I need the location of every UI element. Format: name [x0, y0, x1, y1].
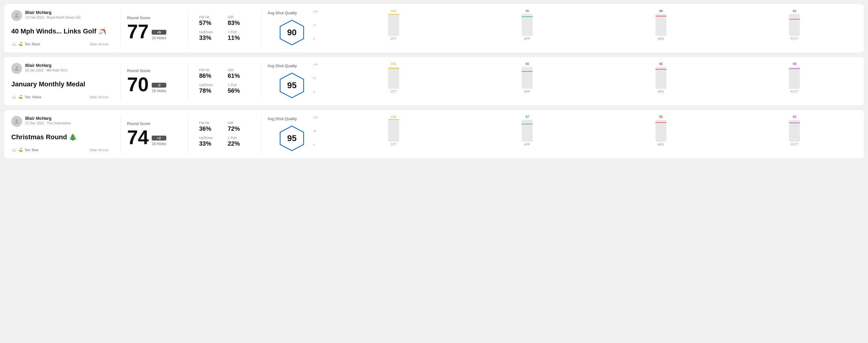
weather-icon: ☁️: [11, 95, 17, 99]
divider-2: [188, 116, 188, 152]
bar-value-arg: 95: [659, 115, 663, 119]
bar-wrapper-putt: [789, 67, 800, 89]
stat-putt-label: 1 Putt: [228, 136, 250, 139]
bar-group-ott: 110OTT: [331, 115, 456, 146]
bottom-info: ☁️⛳Tee: BlueData: Arccos: [11, 148, 108, 152]
bar-group-app: 86APP: [465, 62, 590, 93]
bar-label-putt: PUTT: [790, 90, 798, 93]
bottom-info: ☁️⛳Tee: BlackData: Arccos: [11, 42, 108, 46]
quality-label: Avg Shot Quality: [268, 117, 297, 121]
divider-1: [121, 116, 121, 152]
bar-wrapper-ott: [388, 14, 399, 36]
left-section: Blair McHarg27 Dec 2021 · The Oxfordshir…: [11, 116, 115, 152]
chart-section: 100500110OTT87APP95ARG93PUTT: [316, 116, 857, 152]
tee-label: Tee: Black: [25, 42, 40, 46]
chart-y-axis: 100500: [313, 63, 318, 93]
divider-2: [188, 10, 188, 46]
y-label-50: 50: [313, 129, 318, 132]
round-card-3: Blair McHarg27 Dec 2021 · The Oxfordshir…: [4, 110, 864, 159]
score-row: 74+218 Holes: [127, 128, 182, 147]
y-label-0: 0: [313, 143, 318, 146]
bar-group-app: 95APP: [465, 9, 590, 40]
stat-putt: 1 Putt56%: [228, 83, 250, 94]
quality-section: Avg Shot Quality 95: [268, 116, 316, 152]
round-title: 40 Mph Winds... Links Golf 🪃: [11, 27, 108, 35]
y-label-50: 50: [313, 76, 318, 80]
bar-chart: 101OTT86APP96ARG99PUTT: [331, 63, 857, 99]
user-info: Blair McHarg27 Dec 2021 · The Oxfordshir…: [11, 116, 108, 127]
bar-value-app: 86: [525, 62, 529, 66]
bar-value-ott: 110: [391, 115, 397, 119]
round-title: January Monthly Medal: [11, 80, 108, 88]
stat-putt-label: 1 Putt: [228, 30, 250, 34]
stat-gir-value: 83%: [228, 20, 250, 27]
chart-section: 100500101OTT86APP96ARG99PUTT: [316, 63, 857, 99]
y-label-0: 0: [313, 37, 318, 40]
stat-putt-value: 11%: [228, 34, 250, 41]
chart-area: 100500110OTT87APP95ARG93PUTT: [322, 116, 857, 152]
bottom-info: ☁️⛳Tee: YellowData: Arccos: [11, 95, 108, 99]
stat-putt-value: 56%: [228, 87, 250, 94]
score-section: Round Score77+518 Holes: [127, 10, 182, 46]
bar-line-ott: [388, 14, 399, 14]
quality-section: Avg Shot Quality 95: [268, 63, 316, 99]
score-section: Round Score70-218 Holes: [127, 63, 182, 99]
stat-gir: GIR61%: [228, 68, 250, 80]
bar-wrapper-ott: [388, 67, 399, 89]
hexagon-container: 95: [268, 72, 316, 99]
hexagon-container: 95: [268, 125, 316, 152]
bar-value-ott: 107: [391, 9, 397, 13]
bar-line-ott: [388, 68, 399, 69]
stats-grid: FW Hit36%GIR72%Up/Down33%1 Putt22%: [199, 121, 250, 147]
bar-line-app: [522, 124, 533, 124]
holes-text: 18 Holes: [152, 89, 166, 93]
quality-value: 95: [287, 133, 297, 143]
stat-updown-label: Up/Down: [199, 136, 222, 139]
stat-fw-hit-label: FW Hit: [199, 68, 222, 72]
bar-line-arg: [655, 69, 666, 70]
stat-gir: GIR72%: [228, 121, 250, 132]
round-card-1: Blair McHarg12 Feb 2022 · Royal North De…: [4, 4, 864, 53]
stat-updown-label: Up/Down: [199, 30, 222, 34]
tee-info: ☁️⛳Tee: Yellow: [11, 95, 41, 99]
user-name: Blair McHarg: [25, 116, 71, 121]
stat-updown: Up/Down33%: [199, 30, 222, 41]
stat-gir: GIR83%: [228, 15, 250, 27]
stats-section: FW Hit57%GIR83%Up/Down33%1 Putt11%: [194, 10, 255, 46]
divider-3: [261, 116, 261, 152]
bar-group-app: 87APP: [465, 115, 590, 146]
score-details: +218 Holes: [152, 136, 166, 146]
hexagon: 90: [278, 19, 306, 46]
divider-1: [121, 10, 121, 46]
stat-fw-hit: FW Hit86%: [199, 68, 222, 80]
stat-fw-hit-value: 57%: [199, 20, 222, 27]
hexagon: 95: [278, 72, 306, 99]
stat-updown: Up/Down33%: [199, 136, 222, 147]
data-source: Data: Arccos: [90, 148, 108, 152]
left-section: Blair McHarg29 Jan 2022 · Mill Ride GCCJ…: [11, 63, 115, 99]
stat-putt: 1 Putt22%: [228, 136, 250, 147]
bar-line-putt: [789, 19, 800, 20]
bar-label-putt: PUTT: [790, 143, 798, 146]
quality-value: 95: [287, 81, 297, 90]
stat-fw-hit: FW Hit57%: [199, 15, 222, 27]
bar-group-ott: 101OTT: [331, 62, 456, 93]
bar-wrapper-putt: [789, 120, 800, 142]
avatar: [11, 116, 22, 127]
stat-gir-label: GIR: [228, 121, 250, 125]
chart-area: 100500101OTT86APP96ARG99PUTT: [322, 63, 857, 99]
weather-icon: ☁️: [11, 42, 17, 46]
avatar: [11, 10, 22, 21]
chart-section: 100500107OTT95APP98ARG82PUTT: [316, 10, 857, 46]
bar-wrapper-arg: [655, 120, 666, 142]
bar-line-app: [522, 17, 533, 17]
score-label: Round Score: [127, 68, 182, 73]
tee-info: ☁️⛳Tee: Blue: [11, 148, 39, 152]
stat-fw-hit: FW Hit36%: [199, 121, 222, 132]
score-badge: +2: [152, 136, 166, 141]
holes-text: 18 Holes: [152, 36, 166, 40]
y-label-100: 100: [313, 116, 318, 119]
user-name: Blair McHarg: [25, 10, 81, 15]
score-section: Round Score74+218 Holes: [127, 116, 182, 152]
stat-updown-value: 33%: [199, 140, 222, 147]
